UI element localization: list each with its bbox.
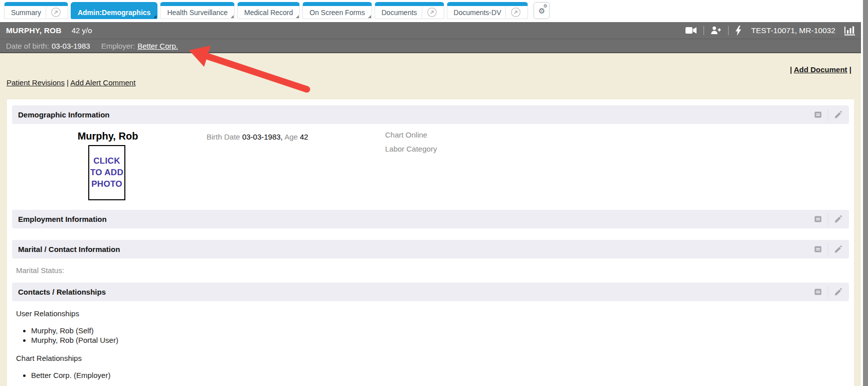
open-in-new-circle-icon[interactable] [422, 7, 437, 18]
tab-on-screen-forms[interactable]: On Screen Forms [302, 2, 372, 19]
pipe: | [847, 65, 851, 74]
birth-date-label: Birth Date [207, 133, 240, 141]
add-document-link[interactable]: Add Document [794, 65, 847, 74]
log-book-icon[interactable] [813, 214, 823, 224]
age-label: Age [284, 133, 298, 141]
tab-label: Medical Record [244, 9, 293, 17]
log-book-icon[interactable] [813, 287, 823, 297]
open-in-new-circle-icon[interactable] [505, 7, 521, 18]
section-title: Marital / Contact Information [18, 245, 120, 253]
tab-admin-demographics[interactable]: Admin:Demographics [71, 2, 157, 19]
tab-label: Health Surveillance [167, 9, 228, 17]
add-photo-placeholder[interactable]: CLICK TO ADD PHOTO [88, 145, 125, 200]
chart-relationships-list: Better Corp. (Employer) [7, 370, 854, 380]
open-in-new-circle-icon[interactable] [46, 7, 61, 18]
tab-summary[interactable]: Summary [4, 2, 68, 19]
tab-health-surveillance[interactable]: Health Surveillance [160, 2, 235, 19]
section-title: Contacts / Relationships [18, 288, 106, 296]
chart-relationships-label: Chart Relationships [16, 354, 854, 362]
tab-documents-dv[interactable]: Documents-DV [447, 2, 529, 19]
user-relationships-list: Murphy, Rob (Self) Murphy, Rob (Portal U… [7, 326, 854, 345]
pencil-icon[interactable] [833, 244, 843, 254]
chart-online-label: Chart Online [385, 131, 427, 139]
tab-dropdown-corner-icon [153, 15, 156, 18]
add-user-icon[interactable] [711, 26, 722, 35]
photo-line: CLICK [93, 156, 120, 166]
section-demographic-information: Demographic Information [12, 105, 849, 124]
tab-dropdown-corner-icon [368, 15, 371, 18]
patient-revisions-link[interactable]: Patient Revisions [7, 78, 65, 87]
tab-documents[interactable]: Documents [375, 2, 444, 19]
birth-date-line: Birth Date 03-03-1983, Age 42 [207, 133, 308, 141]
patient-age: 42 y/o [72, 26, 92, 35]
user-relationships-label: User Relationships [16, 309, 854, 318]
dob-label: Date of birth: [6, 42, 49, 50]
add-document-row: | Add Document | [0, 65, 851, 74]
tab-label: Documents [382, 9, 417, 17]
section-title: Demographic Information [18, 110, 110, 119]
patient-display-name: Murphy, Rob [68, 131, 148, 142]
demographic-content: Murphy, Rob CLICK TO ADD PHOTO Birth Dat… [7, 124, 854, 210]
tab-dropdown-corner-icon [231, 15, 234, 18]
employer-label: Employer: [101, 42, 135, 50]
bar-chart-icon[interactable] [844, 25, 856, 36]
log-book-icon[interactable] [813, 244, 823, 254]
gears-icon-small: ⚙ [543, 4, 547, 9]
vertical-scrollbar[interactable] [861, 0, 868, 386]
section-employment-information: Employment Information [12, 210, 849, 228]
section-marital-contact-information: Marital / Contact Information [12, 240, 849, 259]
content-area: | Add Document | Patient Revisions | Add… [0, 53, 868, 386]
list-item: Murphy, Rob (Portal User) [31, 335, 854, 345]
photo-line: PHOTO [91, 179, 122, 189]
marital-status-label: Marital Status: [16, 266, 854, 275]
tab-medical-record[interactable]: Medical Record [237, 2, 300, 19]
tab-label: Documents-DV [454, 9, 501, 17]
tab-dropdown-corner-icon [296, 15, 299, 18]
patient-header-bar: MURPHY, ROB 42 y/o TEST-10071, MR-10032 [0, 22, 868, 39]
patient-subheader-bar: Date of birth: 03-03-1983 Employer: Bett… [0, 39, 868, 53]
photo-line: TO ADD [90, 168, 123, 178]
add-alert-comment-link[interactable]: Add Alert Comment [70, 78, 135, 87]
list-item: Murphy, Rob (Self) [31, 326, 854, 335]
labor-category-label: Labor Category [385, 145, 437, 153]
tab-label: Admin:Demographics [78, 9, 150, 17]
pencil-icon[interactable] [833, 110, 843, 119]
demographics-panel: Demographic Information Murphy, Rob CLIC… [7, 99, 854, 386]
video-camera-icon[interactable] [685, 27, 697, 34]
birth-date-value: 03-03-1983, [242, 133, 283, 141]
tab-label: On Screen Forms [309, 9, 365, 17]
dob-value: 03-03-1983 [52, 42, 90, 50]
tab-settings-button[interactable]: ⚙ ⚙ [534, 2, 550, 19]
pencil-icon[interactable] [833, 287, 843, 297]
pipe: | [790, 65, 794, 74]
pencil-icon[interactable] [833, 214, 843, 224]
section-title: Employment Information [18, 215, 107, 223]
lightning-bolt-icon[interactable] [735, 26, 742, 36]
list-item: Better Corp. (Employer) [31, 370, 854, 380]
tab-bar: Summary Admin:Demographics Health Survei… [0, 0, 868, 22]
employer-link[interactable]: Better Corp. [137, 42, 178, 50]
patient-ids: TEST-10071, MR-10032 [751, 26, 835, 35]
log-book-icon[interactable] [813, 110, 823, 119]
tab-label: Summary [11, 9, 41, 17]
section-contacts-relationships: Contacts / Relationships [12, 283, 849, 301]
patient-links-row: Patient Revisions | Add Alert Comment [7, 78, 868, 87]
age-value: 42 [300, 133, 308, 141]
patient-name: MURPHY, ROB [6, 26, 62, 35]
